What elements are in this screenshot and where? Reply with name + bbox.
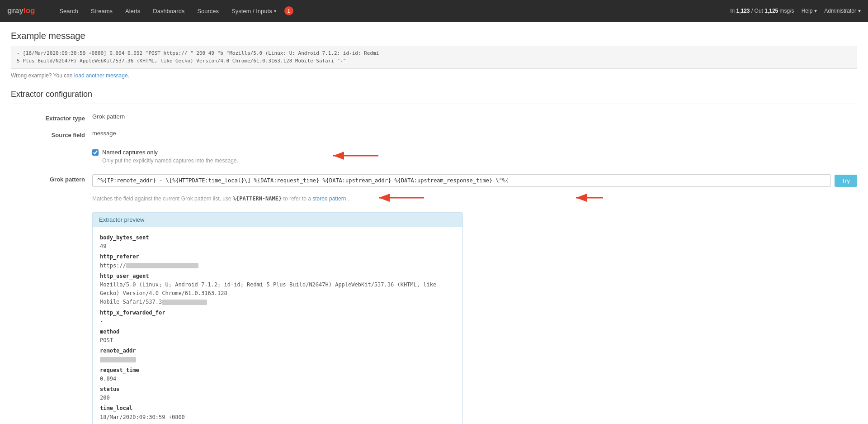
blurred-remote-addr — [100, 357, 136, 362]
nav-links: Search Streams Alerts Dashboards Sources… — [53, 0, 730, 22]
preview-key-remote-addr: remote_addr — [100, 347, 455, 355]
logo: graylog — [7, 6, 35, 15]
blurred-referer — [126, 263, 198, 268]
example-message-box: - [18/Mar/2020:09:30:59 +0800] 0.094 0.0… — [11, 46, 857, 69]
grok-pattern-input[interactable] — [92, 174, 831, 187]
grok-pattern-container: Try Matches the field against the curren… — [92, 174, 857, 424]
admin-caret-icon: ▾ — [858, 8, 861, 14]
named-captures-help: Only put the explicitly named captures i… — [102, 157, 238, 164]
try-button[interactable]: Try — [835, 175, 857, 187]
preview-val-status: 200 — [100, 394, 455, 402]
extractor-type-group: Extractor type Grok pattern — [11, 113, 857, 122]
nav-search[interactable]: Search — [53, 0, 84, 22]
named-captures-group: Named captures only Only put the explici… — [11, 147, 857, 166]
msg-stats: In 1,123 / Out 1,125 msg/s — [730, 8, 794, 14]
grok-pattern-help: Matches the field against the current Gr… — [92, 195, 349, 202]
wrong-message-text: Wrong example? You can load another mess… — [11, 72, 857, 79]
example-message-title: Example message — [11, 31, 857, 41]
source-field-value: message — [92, 130, 857, 137]
preview-val-time-local: 18/Mar/2020:09:30:59 +0800 — [100, 413, 455, 422]
message-line2: 5 Plus Build/N2G47H) AppleWebKit/537.36 … — [17, 58, 346, 64]
nav-streams[interactable]: Streams — [85, 0, 119, 22]
preview-header: Extractor preview — [93, 213, 462, 227]
extractor-config-title: Extractor configuration — [11, 90, 857, 104]
named-captures-label-spacer — [11, 147, 92, 148]
preview-val-remote-addr — [100, 355, 455, 364]
preview-key-request-time: request_time — [100, 366, 455, 375]
message-line1: - [18/Mar/2020:09:30:59 +0800] 0.094 0.0… — [17, 50, 379, 56]
named-captures-row: Named captures only — [92, 149, 238, 156]
help-menu[interactable]: Help ▾ — [802, 8, 817, 14]
preview-key-http-x-forwarded-for: http_x_forwarded_for — [100, 309, 455, 317]
preview-val-request-time: 0.094 — [100, 375, 455, 383]
source-field-group: Source field message — [11, 130, 857, 138]
preview-val-http-referer: https:// — [100, 262, 455, 270]
brand-logo[interactable]: graylog — [7, 6, 44, 15]
nav-system-inputs[interactable]: System / Inputs ▾ — [225, 0, 283, 22]
navbar: graylog Search Streams Alerts Dashboards… — [0, 0, 868, 22]
logo-log: log — [24, 6, 35, 15]
blurred-user-agent — [162, 300, 207, 305]
load-another-link[interactable]: load another message. — [74, 72, 129, 79]
admin-menu[interactable]: Administrator ▾ — [824, 8, 861, 14]
preview-key-method: method — [100, 328, 455, 336]
preview-val-method: POST — [100, 336, 455, 345]
logo-gray: gray — [7, 6, 24, 15]
preview-key-status: status — [100, 385, 455, 394]
dropdown-caret-icon: ▾ — [274, 9, 276, 14]
help-caret-icon: ▾ — [814, 8, 817, 14]
preview-key-http-user-agent: http_user_agent — [100, 272, 455, 281]
preview-key-body-bytes-sent: body_bytes_sent — [100, 233, 455, 242]
named-captures-checkbox-label[interactable]: Named captures only — [102, 149, 158, 156]
arrow-named-captures — [329, 147, 383, 165]
source-field-label: Source field — [11, 130, 92, 138]
extractor-type-value: Grok pattern — [92, 113, 857, 120]
preview-val-http-user-agent: Mozilla/5.0 (Linux; U; Android 7.1.2; id… — [100, 281, 455, 307]
preview-key-time-local: time_local — [100, 404, 455, 413]
preview-val-http-x-forwarded-for: - — [100, 317, 455, 326]
grok-pattern-group: Grok pattern Try Matches the field again… — [11, 174, 857, 424]
named-captures-container: Named captures only Only put the explici… — [92, 147, 857, 166]
extractor-preview: Extractor preview body_bytes_sent 49 htt… — [92, 212, 463, 424]
msgs-out: 1,125 — [764, 8, 778, 14]
named-captures-checkbox[interactable] — [92, 149, 99, 156]
arrow-stored-pattern — [374, 189, 429, 207]
arrow-try-button — [571, 189, 608, 207]
grok-pattern-label: Grok pattern — [11, 174, 92, 183]
notification-badge[interactable]: 1 — [284, 6, 293, 15]
nav-dashboards[interactable]: Dashboards — [146, 0, 191, 22]
extractor-type-label: Extractor type — [11, 113, 92, 122]
preview-body: body_bytes_sent 49 http_referer https://… — [93, 227, 462, 424]
msgs-in: 1,123 — [736, 8, 750, 14]
preview-val-body-bytes-sent: 49 — [100, 242, 455, 251]
nav-alerts[interactable]: Alerts — [119, 0, 146, 22]
grok-pattern-code: %{PATTERN-NAME} — [233, 195, 282, 202]
grok-input-row: Try — [92, 174, 857, 187]
main-content: Example message - [18/Mar/2020:09:30:59 … — [0, 22, 868, 424]
navbar-right: In 1,123 / Out 1,125 msg/s Help ▾ Admini… — [730, 8, 861, 14]
stored-pattern-link[interactable]: stored pattern — [312, 195, 346, 202]
preview-key-http-referer: http_referer — [100, 252, 455, 261]
nav-sources[interactable]: Sources — [191, 0, 225, 22]
